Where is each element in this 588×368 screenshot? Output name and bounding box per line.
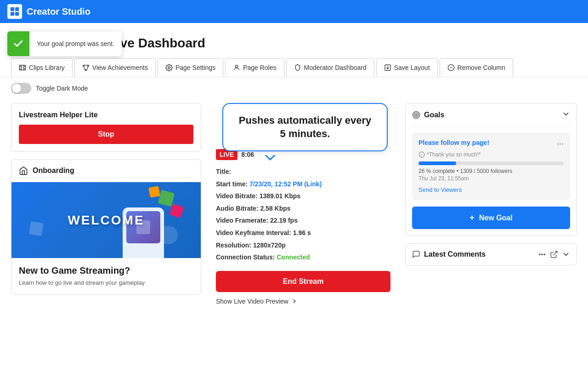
comments-icon (412, 250, 420, 259)
new-goal-label: New Goal (479, 214, 513, 222)
svg-point-19 (416, 115, 417, 116)
tab-page-roles[interactable]: Page Roles (225, 58, 284, 77)
svg-point-23 (539, 254, 540, 255)
creator-studio-icon (7, 4, 22, 19)
right-column: Goals Please follow my page! ··· *Thank … (398, 103, 577, 305)
stream-keyframe-row: Video Keyframe Interval: 1.96 s (216, 227, 390, 239)
comments-actions (538, 250, 570, 259)
left-column: Livestream Helper Lite Stop Onboarding (11, 103, 209, 305)
comments-collapse-icon[interactable] (562, 250, 570, 259)
onboarding-body-title: New to Game Streaming? (19, 265, 193, 276)
onboarding-title: Onboarding (33, 167, 74, 175)
stream-connection-label: Connection Status: (216, 253, 275, 261)
tab-remove-column[interactable]: Remove Column (440, 58, 513, 77)
welcome-text: WELCOME (68, 213, 144, 228)
stream-abitrate-row: Audio Bitrate: 2.58 Kbps (216, 202, 390, 215)
tab-clips-library-label: Clips Library (29, 64, 65, 71)
chevron-right-icon (291, 298, 298, 305)
toast-text: Your goal prompt was sent. (29, 40, 122, 47)
onboarding-image: WELCOME (11, 182, 201, 258)
goal-options-button[interactable]: ··· (557, 139, 564, 149)
send-to-viewers-button[interactable]: Send to Viewers (418, 186, 462, 193)
info-icon (418, 151, 425, 158)
nav-tabs: Clips Library View Achievements Page Set… (0, 58, 588, 77)
goals-section: Goals Please follow my page! ··· *Thank … (405, 103, 577, 236)
svg-point-12 (235, 65, 237, 68)
show-preview-label: Show Live Video Preview (216, 298, 288, 305)
stream-connection-value: Connected (277, 253, 310, 261)
goals-collapse-button[interactable] (562, 110, 570, 120)
goal-stats: 26 % complete • 1309 / 5000 followers (418, 168, 564, 174)
toast-check-icon (7, 31, 29, 56)
comments-header: Latest Comments (412, 250, 570, 259)
home-icon (19, 166, 28, 175)
goals-title: Goals (424, 111, 444, 119)
latest-comments-section: Latest Comments (405, 243, 577, 265)
stream-info: Title: Start time: 7/23/20, 12:52 PM (Li… (216, 166, 390, 264)
comments-header-left: Latest Comments (412, 250, 534, 259)
svg-rect-2 (11, 12, 14, 16)
svg-rect-1 (15, 7, 19, 11)
comments-more-icon[interactable] (538, 250, 546, 259)
svg-point-25 (544, 254, 545, 255)
breadcrumb-current: Live Dashboard (109, 36, 205, 51)
stream-resolution-label: Resolution: (216, 242, 251, 249)
comments-external-link-icon[interactable] (550, 250, 558, 259)
end-stream-button[interactable]: End Stream (216, 271, 390, 292)
tab-moderator-dashboard[interactable]: Moderator Dashboard (286, 58, 374, 77)
svg-line-26 (554, 251, 557, 255)
goals-section-header: Goals (412, 104, 570, 127)
new-goal-button[interactable]: + New Goal (412, 207, 570, 229)
svg-rect-4 (19, 65, 25, 70)
goals-icon (412, 111, 420, 119)
stream-vbitrate-row: Video Bitrate: 1389.01 Kbps (216, 190, 390, 202)
tab-save-layout[interactable]: Save Layout (376, 58, 438, 77)
goal-timestamp: Thu Jul 23, 11:55am (418, 175, 564, 182)
stream-start-row: Start time: 7/23/20, 12:52 PM (Link) (216, 178, 390, 190)
svg-rect-0 (11, 7, 14, 11)
app-header: Creator Studio (0, 0, 588, 23)
tab-moderator-dashboard-label: Moderator Dashboard (304, 64, 367, 71)
svg-rect-3 (15, 12, 19, 16)
tab-view-achievements-label: View Achievements (92, 64, 148, 71)
tab-remove-column-label: Remove Column (458, 64, 505, 71)
stream-abitrate-value: 2.58 Kbps (260, 205, 290, 212)
stream-framerate-label: Video Framerate: (216, 217, 268, 224)
stream-keyframe-value: 1.96 s (293, 229, 311, 236)
tab-page-settings-label: Page Settings (175, 64, 215, 71)
stream-start-value[interactable]: 7/23/20, 12:52 PM (Link) (249, 180, 322, 188)
tab-clips-library[interactable]: Clips Library (11, 58, 73, 77)
onboarding-body-text: Learn how to go live and stream your gam… (19, 279, 193, 287)
goal-note-text: *Thank you so much!* (427, 151, 481, 158)
person-icon (233, 64, 240, 71)
dark-mode-label: Toggle Dark Mode (36, 85, 88, 92)
chevron-down-icon (562, 110, 570, 118)
stop-button[interactable]: Stop (19, 125, 193, 144)
toggle-knob (12, 84, 21, 93)
goal-name: Please follow my page! (418, 139, 489, 146)
dark-mode-toggle[interactable] (11, 83, 31, 94)
goal-progress-fill (418, 161, 456, 165)
comments-title: Latest Comments (424, 250, 486, 259)
goal-card: Please follow my page! ··· *Thank you so… (412, 132, 570, 200)
tooltip-text: Pushes automatically every 5 minutes. (239, 115, 372, 139)
stream-resolution-row: Resolution: 1280x720p (216, 239, 390, 252)
stream-framerate-value: 22.19 fps (270, 217, 298, 224)
tab-save-layout-label: Save Layout (394, 64, 430, 71)
tab-page-roles-label: Page Roles (243, 64, 276, 71)
tooltip-balloon: Pushes automatically every 5 minutes. (222, 103, 388, 151)
dark-mode-row: Toggle Dark Mode (0, 77, 588, 99)
show-live-preview[interactable]: Show Live Video Preview (216, 298, 390, 305)
toast-notification: Your goal prompt was sent. (7, 31, 122, 56)
goal-note: *Thank you so much!* (418, 151, 564, 158)
tab-page-settings[interactable]: Page Settings (158, 58, 223, 77)
svg-point-24 (542, 254, 543, 255)
minus-circle-icon (447, 64, 455, 71)
middle-column: Pushes automatically every 5 minutes. LI… (209, 103, 398, 305)
goal-progress-bar (418, 161, 564, 165)
stream-connection-row: Connection Status: Connected (216, 251, 390, 264)
tab-view-achievements[interactable]: View Achievements (74, 58, 156, 77)
goal-card-header: Please follow my page! ··· (418, 139, 564, 149)
stream-abitrate-label: Audio Bitrate: (216, 205, 259, 212)
stream-title-row: Title: (216, 166, 390, 178)
